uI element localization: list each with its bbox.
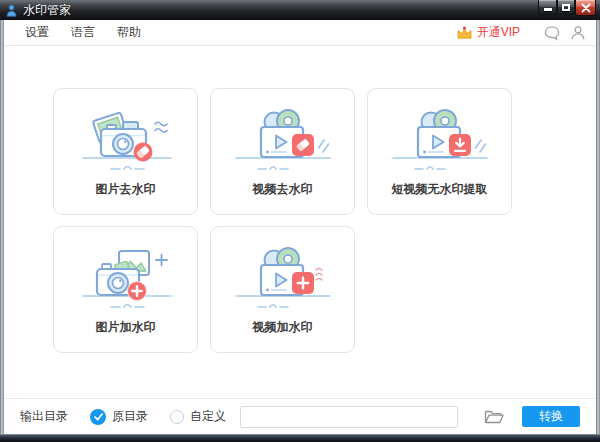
folder-open-icon[interactable] xyxy=(484,408,504,425)
video-extract-no-watermark-icon xyxy=(385,101,495,181)
window-frame-bottom xyxy=(0,434,600,442)
card-label: 短视频无水印提取 xyxy=(368,181,511,198)
window-title: 水印管家 xyxy=(23,2,71,19)
menubar: 设置 语言 帮助 开通VIP xyxy=(4,20,596,46)
close-button[interactable] xyxy=(575,0,596,16)
menu-help[interactable]: 帮助 xyxy=(106,24,152,41)
minimize-icon xyxy=(544,8,552,11)
menu-language[interactable]: 语言 xyxy=(60,24,106,41)
card-label: 视频加水印 xyxy=(211,319,354,336)
card-video-add-watermark[interactable]: 视频加水印 xyxy=(210,226,355,353)
card-image-remove-watermark[interactable]: 图片去水印 xyxy=(53,88,198,215)
output-dir-label: 输出目录 xyxy=(20,408,68,425)
card-label: 视频去水印 xyxy=(211,181,354,198)
maximize-button[interactable] xyxy=(557,0,575,15)
output-path-input[interactable] xyxy=(240,406,458,428)
radio-custom-dir-label: 自定义 xyxy=(190,408,226,425)
card-video-remove-watermark[interactable]: 视频去水印 xyxy=(210,88,355,215)
open-vip-button[interactable]: 开通VIP xyxy=(456,24,520,41)
card-short-video-extract[interactable]: 短视频无水印提取 xyxy=(367,88,512,215)
card-image-add-watermark[interactable]: 图片加水印 xyxy=(53,226,198,353)
radio-checked-icon xyxy=(90,409,106,425)
content-area: 设置 语言 帮助 开通VIP xyxy=(4,20,596,434)
output-bar: 输出目录 原目录 自定义 转换 xyxy=(4,398,596,434)
card-label: 图片去水印 xyxy=(54,181,197,198)
user-icon[interactable] xyxy=(570,25,586,41)
card-label: 图片加水印 xyxy=(54,319,197,336)
video-add-watermark-icon xyxy=(228,239,338,319)
radio-original-dir[interactable]: 原目录 xyxy=(90,408,148,425)
close-icon xyxy=(581,3,591,13)
app-window: 水印管家 设置 语言 帮助 开通VIP xyxy=(0,0,600,442)
radio-original-dir-label: 原目录 xyxy=(112,408,148,425)
menu-settings[interactable]: 设置 xyxy=(14,24,60,41)
video-remove-watermark-icon xyxy=(228,101,338,181)
convert-button[interactable]: 转换 xyxy=(522,406,580,427)
app-logo-icon xyxy=(5,4,18,17)
radio-custom-dir[interactable]: 自定义 xyxy=(170,408,226,425)
radio-unchecked-icon xyxy=(170,410,184,424)
minimize-button[interactable] xyxy=(538,0,557,15)
camera-add-watermark-icon xyxy=(71,239,181,319)
maximize-icon xyxy=(562,4,570,11)
chat-bubble-icon[interactable] xyxy=(544,25,560,41)
titlebar: 水印管家 xyxy=(0,0,600,20)
open-vip-label: 开通VIP xyxy=(477,24,520,41)
crown-icon xyxy=(456,26,473,40)
camera-remove-watermark-icon xyxy=(71,101,181,181)
window-frame-right xyxy=(596,20,600,434)
